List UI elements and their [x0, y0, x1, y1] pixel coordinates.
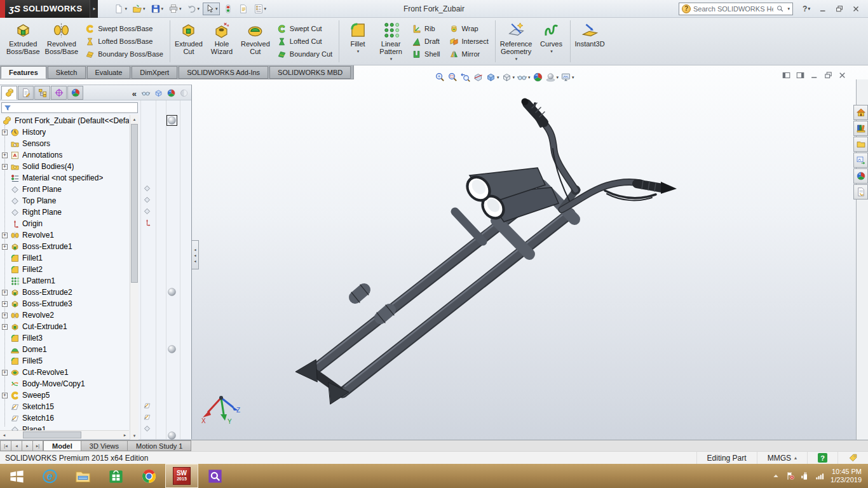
save-button[interactable]: ▾	[149, 3, 166, 15]
panel-collapse-splitter[interactable]: ◂◂◂	[192, 240, 199, 269]
display-manager-tab[interactable]	[67, 86, 83, 100]
view-orientation-button[interactable]: ▾	[485, 72, 499, 83]
file-explorer-pane-tab[interactable]	[853, 137, 868, 152]
tab-sketch[interactable]: Sketch	[48, 66, 86, 79]
tree-item-sweep5[interactable]: +Sweep5	[0, 390, 129, 401]
display-pane-origin-glyph[interactable]	[143, 219, 151, 227]
taskbar-solidworks-2015[interactable]: SW2015	[165, 464, 198, 488]
vertical-scrollbar-thumb[interactable]	[131, 124, 138, 283]
tree-filter-input[interactable]	[13, 104, 135, 112]
taskbar-search-app[interactable]	[198, 464, 231, 488]
mirror-button[interactable]: Mirror	[449, 48, 489, 60]
new-document-button[interactable]: ▾	[112, 3, 129, 15]
display-pane-plane-glyph[interactable]	[143, 184, 151, 193]
display-pane-plane-glyph[interactable]	[143, 424, 151, 433]
dropdown-caret[interactable]: ▾	[497, 75, 499, 80]
dropdown-caret[interactable]: ▾	[513, 75, 515, 80]
sheet-nav-button-3[interactable]: ▸|	[32, 440, 43, 451]
horizontal-scrollbar-thumb[interactable]	[23, 431, 81, 438]
dropdown-caret[interactable]: ▾	[572, 75, 574, 80]
tree-root-item[interactable]: Front Fork_Zubair (Default<<Defa	[0, 115, 129, 126]
swept-boss-base-button[interactable]: Swept Boss/Base	[85, 23, 163, 35]
display-pane-sphere-glyph[interactable]	[167, 431, 177, 440]
custom-properties-tab[interactable]	[853, 184, 868, 200]
tree-item-boss-extrude1[interactable]: +Boss-Extrude1	[0, 241, 129, 252]
rib-button[interactable]: Rib	[412, 23, 440, 35]
transparency-column-button[interactable]	[177, 86, 190, 100]
tree-item-origin[interactable]: Origin	[0, 218, 129, 229]
expand-toggle[interactable]: +	[2, 244, 8, 250]
view-settings-button[interactable]: ▾	[560, 72, 574, 83]
network-signal[interactable]	[815, 471, 825, 481]
dropdown-caret[interactable]: ▾	[125, 6, 127, 11]
display-pane-sketch-glyph[interactable]	[143, 413, 151, 421]
dropdown-caret[interactable]: ▾	[264, 6, 267, 11]
power-status[interactable]	[800, 471, 810, 481]
swept-cut-button[interactable]: Swept Cut	[277, 23, 332, 35]
apply-scene-button[interactable]: ▾	[545, 72, 559, 83]
dropdown-caret[interactable]: ▾	[515, 55, 518, 63]
scroll-right-button[interactable]: ▸	[121, 431, 129, 440]
fillet-button[interactable]: Fillet▾	[341, 19, 374, 64]
tree-item-boss-extrude2[interactable]: +Boss-Extrude2	[0, 287, 129, 298]
taskbar-windows-store[interactable]	[99, 464, 132, 488]
tree-item-fillet5[interactable]: Fillet5	[0, 355, 129, 367]
zoom-to-area-button[interactable]	[447, 72, 458, 83]
display-pane-sphere-glyph[interactable]	[167, 344, 177, 354]
system-clock[interactable]: 10:45 PM 1/23/2019	[831, 468, 862, 484]
dropdown-caret[interactable]: ▾	[357, 48, 360, 55]
expand-toggle[interactable]: +	[2, 393, 8, 398]
tree-item-solid-bodies-4[interactable]: +Solid Bodies(4)	[0, 161, 129, 172]
dropdown-caret[interactable]: ▾	[198, 6, 200, 11]
restore-document-button[interactable]	[824, 71, 833, 80]
close-document-button[interactable]	[837, 71, 847, 80]
expand-toggle[interactable]: +	[2, 324, 8, 330]
restore-button[interactable]	[832, 3, 846, 15]
boundary-boss-base-button[interactable]: Boundary Boss/Base	[85, 48, 163, 60]
help-search-box[interactable]: ? ▾	[679, 3, 793, 15]
boundary-cut-button[interactable]: Boundary Cut	[277, 48, 332, 60]
scroll-left-button[interactable]: ◂	[0, 431, 8, 440]
menu-expand-button[interactable]: ▸	[90, 0, 98, 18]
expand-toggle[interactable]: +	[2, 370, 8, 376]
hide-show-items-button[interactable]: ▾	[517, 72, 531, 83]
doc-tab-motion-study-1[interactable]: Motion Study 1	[128, 440, 191, 451]
curves-button[interactable]: Curves▾	[535, 19, 568, 64]
options-button[interactable]: ▾	[252, 3, 269, 15]
select-cursor-button[interactable]: ▾	[203, 3, 220, 15]
doc-tab-3d-views[interactable]: 3D Views	[81, 440, 128, 451]
expand-toggle[interactable]: +	[2, 290, 8, 295]
tab-dimxpert[interactable]: DimXpert	[132, 66, 177, 79]
taskbar-file-explorer[interactable]	[66, 464, 99, 488]
search-icon[interactable]	[776, 4, 784, 13]
draft-button[interactable]: Draft	[412, 36, 440, 48]
display-pane-sphere-glyph[interactable]	[167, 287, 177, 297]
tree-item-dome1[interactable]: Dome1	[0, 344, 129, 355]
quick-tips-toggle[interactable]: ?	[807, 452, 837, 464]
featuremanager-collapse-button[interactable]: «	[130, 89, 139, 100]
design-library-tab[interactable]	[853, 121, 868, 136]
revolved-boss-base-button[interactable]: RevolvedBoss/Base	[43, 19, 81, 64]
action-center-flag[interactable]	[785, 471, 796, 481]
sheet-nav-button-1[interactable]: ◂	[11, 440, 22, 451]
rebuild-button[interactable]	[221, 3, 235, 15]
units-selector[interactable]: MMGS ▴	[757, 452, 807, 464]
file-properties-button[interactable]	[236, 3, 250, 15]
dimxpert-manager-tab[interactable]	[51, 86, 67, 100]
tree-item-material-not-specified[interactable]: Material <not specified>	[0, 172, 129, 184]
tile-left-button[interactable]	[782, 71, 791, 80]
scroll-down-button[interactable]: ▾	[130, 431, 139, 440]
reference-geometry-button[interactable]: ReferenceGeometry▾	[498, 19, 535, 64]
taskbar-chrome[interactable]	[132, 464, 165, 488]
help-button[interactable]: ?▾	[799, 3, 813, 15]
revolved-cut-button[interactable]: RevolvedCut	[238, 19, 273, 64]
lofted-boss-base-button[interactable]: Lofted Boss/Base	[85, 36, 163, 48]
tree-horizontal-scrollbar[interactable]: ◂ ▸	[0, 430, 129, 439]
dropdown-caret[interactable]: ▾	[528, 75, 531, 80]
tree-vertical-scrollbar[interactable]: ▴ ▾	[130, 115, 139, 440]
undo-button[interactable]: ▾	[185, 3, 202, 15]
dropdown-caret[interactable]: ▾	[550, 48, 553, 55]
section-view-button[interactable]	[473, 72, 484, 83]
dropdown-caret[interactable]: ▾	[161, 6, 164, 11]
tab-solidworks-mbd[interactable]: SOLIDWORKS MBD	[269, 66, 351, 79]
